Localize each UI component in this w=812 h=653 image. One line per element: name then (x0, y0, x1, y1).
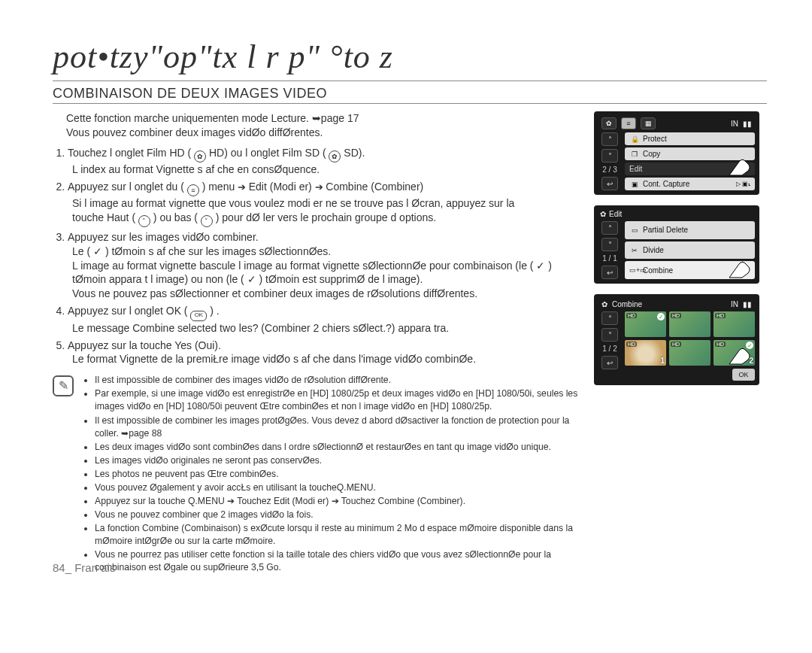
arrow-right-icon: ➔ (238, 181, 249, 193)
note-item: Les photos ne peuvent pas Œtre combinØes… (95, 468, 580, 481)
video-thumbnail[interactable]: HD ✓ (625, 311, 666, 337)
menu-item-protect[interactable]: 🔒Protect (625, 132, 755, 145)
back-button[interactable]: ↩ (601, 177, 618, 190)
intro-line: Vous pouvez combiner deux images vidØo d… (66, 126, 580, 140)
note-icon: ✎ (53, 375, 74, 396)
up-button[interactable]: ˄ (601, 311, 618, 325)
page-counter: 1 / 2 (598, 345, 621, 353)
step-sub: L image au format vignette bascule l ima… (72, 259, 580, 287)
step-sub: Si l image au format vignette que vous v… (72, 197, 514, 209)
menu-item-partial-delete[interactable]: ▭Partial Delete (625, 221, 755, 239)
screen-title: Edit (609, 210, 622, 218)
step-2: Appuyez sur l onglet du ( ≡ ) menu ➔ Edi… (68, 180, 580, 227)
menu-tab-icon[interactable]: ≡ (621, 117, 636, 129)
note-item: Appuyez sur la touche Q.MENU ➔ Touchez E… (95, 495, 580, 508)
hd-badge-icon: HD (626, 313, 637, 318)
hd-badge-icon: HD (626, 342, 637, 347)
up-button[interactable]: ˄ (601, 132, 618, 146)
page-counter: 2 / 3 (598, 166, 621, 174)
step-sub: Vous ne pouvez pas sØlectionner et combi… (72, 287, 580, 301)
film-sd-icon: ✿ (329, 150, 341, 162)
play-icon: ▷ ▣₁ (736, 181, 750, 187)
note-item: Il est impossible de combiner les images… (95, 415, 580, 440)
down-button[interactable]: ˅ (601, 238, 618, 251)
down-button[interactable]: ˅ (601, 149, 618, 162)
down-button[interactable]: ˅ (601, 328, 618, 342)
note-item: Les deux images vidØo sont combinØes dan… (95, 441, 580, 454)
lcd-menu-screen: ✿ ≡ ▦ IN ▮▮ ˄ ˅ 2 / 3 ↩ (594, 111, 759, 195)
storage-icon: IN (731, 300, 738, 308)
section-title: COMBINAISON DE DEUX IMAGES VIDEO (53, 86, 767, 104)
film-hd-icon: ✿ (194, 150, 206, 162)
step-5: Appuyez sur la touche Yes (Oui). Le form… (68, 339, 580, 367)
note-item: Il est impossible de combiner des images… (95, 374, 580, 387)
hd-badge-icon: HD (671, 342, 681, 347)
combine-icon: ▭+▭ (629, 266, 640, 274)
combine-icon: ✿ (601, 300, 607, 308)
menu-icon: ≡ (187, 184, 199, 196)
up-button[interactable]: ˄ (601, 221, 618, 235)
battery-icon: ▮▮ (743, 120, 752, 128)
back-button[interactable]: ↩ (601, 356, 618, 369)
battery-icon: ▮▮ (743, 300, 752, 308)
chevron-down-icon: ˅ (201, 215, 213, 227)
divide-icon: ✂ (629, 247, 640, 254)
video-thumbnail[interactable]: HD (714, 311, 755, 337)
page-footer: 84_ Fran ais (53, 561, 115, 574)
step-sub: L index au format Vignette s af che en c… (72, 162, 580, 177)
hd-badge-icon: HD (671, 313, 681, 318)
arrow-right-icon: ➔ (315, 181, 326, 193)
film-tab-icon[interactable]: ✿ (601, 117, 617, 129)
hd-badge-icon: HD (715, 313, 726, 318)
note-item: Vous ne pourrez pas utiliser cette fonct… (95, 548, 580, 574)
notes-list: Il est impossible de combiner des images… (95, 374, 580, 575)
order-number: 1 (660, 357, 665, 365)
copy-icon: ❐ (629, 150, 640, 158)
step-4: Appuyez sur l onglet OK ( OK ) . Le mess… (68, 304, 580, 335)
step-3: Appuyez sur les images vidØo combiner. L… (68, 230, 580, 301)
back-button[interactable]: ↩ (601, 266, 618, 279)
ok-icon: OK (190, 311, 207, 321)
partial-delete-icon: ▭ (629, 226, 640, 234)
video-thumbnail[interactable]: HD (669, 311, 710, 337)
lcd-combine-screen: ✿ Combine IN ▮▮ ˄ ˅ 1 / 2 ↩ (594, 294, 759, 385)
photo-tab-icon[interactable]: ▦ (641, 117, 656, 129)
note-item: La fonction Combine (Combinaison) s exØc… (95, 522, 580, 548)
hd-badge-icon: HD (715, 342, 726, 347)
hand-pointer-icon (725, 343, 756, 366)
lock-icon: 🔒 (629, 135, 640, 143)
screen-title: Combine (612, 300, 642, 308)
step-sub: Le ( ✓ ) tØmoin s af che sur les images … (72, 244, 580, 259)
step-sub: Le format Vignette de la premiŁre image … (72, 352, 580, 366)
storage-icon: IN (731, 120, 738, 128)
lcd-edit-screen: ✿ Edit ˄ ˅ 1 / 1 ↩ ▭Partial Delete ✂Divi… (594, 205, 759, 284)
hand-pointer-icon (725, 154, 756, 177)
edit-icon: ✿ (600, 210, 606, 218)
check-icon: ✓ (657, 313, 665, 320)
step-sub: touche Haut ( (72, 211, 135, 223)
capture-icon: ▣ (629, 181, 640, 188)
step-1: Touchez l onglet Film HD ( ✿ HD) ou l on… (68, 146, 580, 177)
note-item: Par exemple, si une image vidØo est enre… (95, 387, 580, 413)
step-sub: Le message Combine selected two les? (Co… (72, 321, 580, 336)
ok-button[interactable]: OK (732, 369, 755, 381)
note-item: Vous ne pouvez combiner que 2 images vid… (95, 509, 580, 521)
chevron-up-icon: ˄ (138, 215, 150, 227)
video-thumbnail[interactable]: HD (669, 340, 710, 366)
chapter-title: pot•tzy"op"tx l r p" °to z (53, 38, 767, 81)
hand-pointer-icon (725, 257, 756, 279)
video-thumbnail[interactable]: HD 1 (625, 340, 666, 366)
menu-item-cont-capture[interactable]: ▣Cont. Capture▷ ▣₁ (625, 178, 755, 190)
note-item: Vous pouvez Øgalement y avoir accŁs en u… (95, 481, 580, 494)
intro-line: Cette fonction marche uniquementen mode … (66, 111, 580, 126)
page-counter: 1 / 1 (598, 254, 621, 263)
note-item: Les images vidØo originales ne seront pa… (95, 454, 580, 467)
